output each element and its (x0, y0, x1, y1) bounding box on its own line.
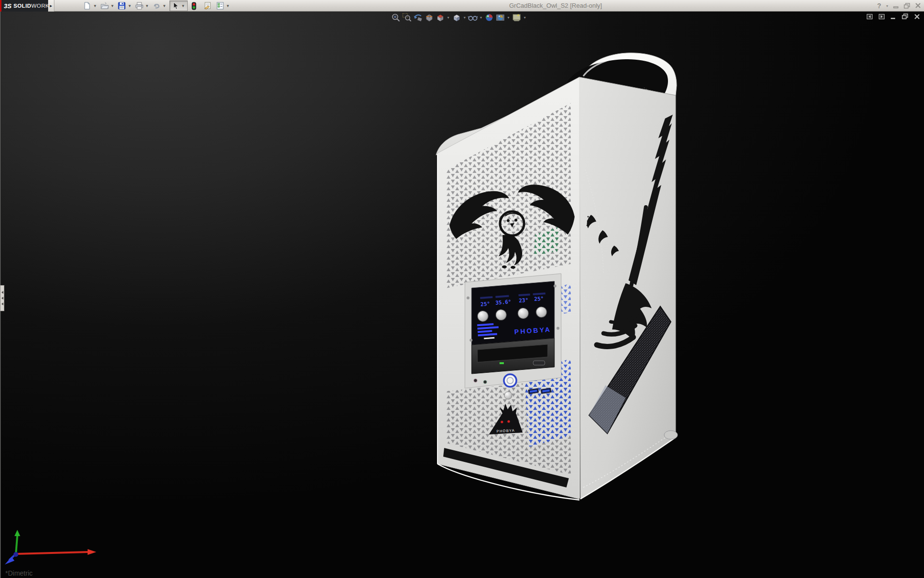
collapse-arrow-icon (1, 291, 3, 294)
apply-scene-button[interactable] (495, 13, 505, 22)
brand-red-stripe (0, 0, 1, 12)
save-dropdown[interactable]: ▼ (127, 0, 132, 11)
view-settings-dropdown[interactable]: ▼ (523, 13, 527, 22)
pane-toggle-right-button[interactable] (878, 13, 885, 20)
undo-button[interactable] (151, 0, 162, 11)
badge-eye-right (507, 420, 510, 422)
triad-x-axis (88, 549, 96, 555)
case-side-panel[interactable] (579, 77, 678, 499)
hide-show-items-dropdown[interactable]: ▼ (479, 13, 483, 22)
view-orientation-button[interactable] (435, 13, 445, 22)
badge-eye-left (500, 420, 503, 423)
power-button[interactable] (504, 374, 516, 387)
lcd-reading-4: 25° (534, 295, 544, 302)
back-foot (664, 431, 678, 439)
fan-controller[interactable]: 25° 35.6° 23° 25° (466, 281, 560, 345)
triad-z-axis (5, 557, 14, 565)
help-dropdown[interactable]: ▼ (886, 4, 889, 8)
lcd-reading-2: 35.6° (495, 299, 512, 306)
options-checklist-button[interactable] (215, 0, 225, 11)
view-settings-button[interactable] (512, 13, 522, 22)
restore-document-button[interactable] (902, 13, 909, 20)
window-title: GrCadBlack_Owl_S2 [Read-only] (509, 2, 602, 9)
new-document-button[interactable] (82, 0, 92, 11)
view-orientation-dropdown[interactable]: ▼ (446, 13, 450, 22)
document-window-controls (866, 13, 920, 20)
previous-view-button[interactable] (413, 13, 423, 22)
zoom-to-fit-button[interactable] (391, 13, 401, 22)
title-bar: 3S SOLIDWORKS ► ▼ ▼ ▼ ▼ ▼ ▼ (0, 0, 924, 12)
print-dropdown[interactable]: ▼ (144, 0, 150, 11)
select-tool-group: ▼ (169, 0, 188, 11)
collapse-arrow-icon (1, 297, 3, 300)
pane-toggle-left-button[interactable] (866, 13, 873, 20)
dvd-activity-led (500, 362, 504, 364)
open-document-dropdown[interactable]: ▼ (110, 0, 115, 11)
triad-y-axis (14, 530, 20, 536)
save-button[interactable] (116, 0, 127, 11)
feature-manager-collapsed-tab[interactable] (0, 285, 4, 311)
brand-name-bold: SOLID (13, 3, 31, 9)
brand-glyph: 3S (4, 2, 12, 10)
lcd-reading-3: 23° (519, 297, 529, 304)
undo-dropdown[interactable]: ▼ (162, 0, 167, 11)
window-controls: ? ▼ (877, 0, 922, 12)
options-checklist-dropdown[interactable]: ▼ (225, 0, 231, 11)
3d-model-pc-case[interactable]: 25° 35.6° 23° 25° (0, 12, 924, 578)
help-button[interactable]: ? (877, 2, 882, 10)
apply-scene-dropdown[interactable]: ▼ (506, 13, 511, 22)
heads-up-view-toolbar: ▼ ▼ ▼ ▼ ▼ (391, 13, 527, 22)
close-document-button[interactable] (914, 14, 920, 20)
main-toolbar: ▼ ▼ ▼ ▼ ▼ ▼ ▼ (82, 0, 232, 12)
minimize-document-button[interactable] (890, 14, 897, 20)
zoom-to-area-button[interactable] (402, 13, 412, 22)
collapse-arrow-icon (1, 302, 3, 305)
dvd-eject-button[interactable] (533, 361, 545, 365)
section-view-button[interactable] (424, 13, 434, 22)
select-arrow-button[interactable] (170, 0, 180, 11)
select-arrow-dropdown[interactable]: ▼ (180, 0, 186, 11)
coordinate-triad (5, 530, 96, 565)
viewport-3d[interactable]: 25° 35.6° 23° 25° (0, 12, 924, 578)
solidworks-logo: 3S SOLIDWORKS (0, 0, 48, 12)
view-orientation-label: *Dimetric (5, 569, 33, 577)
edit-appearance-button[interactable] (484, 13, 494, 22)
menu-expand-arrow[interactable]: ► (48, 0, 54, 12)
minimize-button[interactable] (893, 3, 899, 9)
display-style-button[interactable] (451, 13, 462, 22)
lcd-reading-1: 25° (480, 301, 490, 307)
reset-button[interactable] (504, 392, 512, 399)
rebuild-traffic-light-button[interactable] (189, 0, 199, 11)
audio-jack-mic[interactable] (474, 379, 477, 382)
print-button[interactable] (134, 0, 144, 11)
comment-annotation-button[interactable] (202, 0, 213, 11)
close-button[interactable] (915, 3, 921, 9)
hide-show-items-button[interactable] (468, 13, 478, 22)
audio-jack-headphone[interactable] (484, 381, 487, 384)
display-style-dropdown[interactable]: ▼ (462, 13, 467, 22)
new-document-dropdown[interactable]: ▼ (92, 0, 98, 11)
restore-button[interactable] (904, 3, 911, 9)
open-document-button[interactable] (99, 0, 110, 11)
